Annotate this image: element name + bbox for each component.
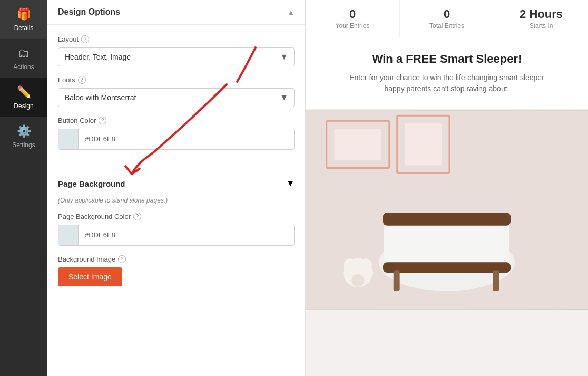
starts-in-label: Starts In xyxy=(499,22,583,30)
bg-color-swatch[interactable] xyxy=(58,225,79,245)
svg-rect-7 xyxy=(383,213,511,226)
bg-image-label: Background Image ? xyxy=(58,255,295,263)
button-color-label: Button Color ? xyxy=(58,117,295,124)
svg-rect-10 xyxy=(493,270,499,291)
layout-select-wrapper: Header, Text, Image ▼ xyxy=(58,47,295,66)
actions-icon: 🗂 xyxy=(18,46,30,60)
sidebar-item-actions-label: Actions xyxy=(13,63,34,71)
preview-description: Enter for your chance to win the life-ch… xyxy=(347,72,547,94)
bg-color-input-row[interactable]: #DDE6E8 xyxy=(58,225,295,246)
svg-rect-8 xyxy=(383,262,511,273)
sidebar-item-settings[interactable]: ⚙️ Settings xyxy=(0,117,47,156)
svg-rect-4 xyxy=(405,123,442,165)
bg-color-group: Page Background Color ? #DDE6E8 xyxy=(58,213,295,246)
page-background-chevron[interactable]: ▼ xyxy=(286,179,295,188)
button-color-hex: #DDE6E8 xyxy=(79,129,294,149)
button-color-group: Button Color ? #DDE6E8 xyxy=(58,117,295,150)
panel-collapse-icon[interactable]: ▲ xyxy=(287,8,295,16)
sidebar-item-details[interactable]: 🎁 Details xyxy=(0,0,47,39)
fonts-group: Fonts ? Baloo with Montserrat ▼ xyxy=(58,76,295,107)
settings-icon: ⚙️ xyxy=(17,124,31,138)
button-color-input-row[interactable]: #DDE6E8 xyxy=(58,129,295,150)
preview-area: 0 Your Entries 0 Total Entries 2 Hours S… xyxy=(306,0,588,376)
total-entries-value: 0 xyxy=(405,7,488,21)
panel-header: Design Options ▲ xyxy=(47,0,305,25)
stat-total-entries: 0 Total Entries xyxy=(400,0,494,37)
page-background-section: Page Background ▼ (Only applicable to st… xyxy=(47,170,305,306)
svg-point-12 xyxy=(344,258,356,271)
svg-point-14 xyxy=(351,274,364,287)
svg-point-13 xyxy=(359,258,372,271)
layout-section: Layout ? Header, Text, Image ▼ Fonts ? B… xyxy=(47,25,305,170)
total-entries-label: Total Entries xyxy=(405,22,488,30)
layout-select[interactable]: Header, Text, Image xyxy=(58,47,295,66)
preview-stats-bar: 0 Your Entries 0 Total Entries 2 Hours S… xyxy=(306,0,588,37)
preview-content: Win a FREE Smart Sleeper! Enter for your… xyxy=(306,37,588,110)
sidebar: 🎁 Details 🗂 Actions ✏️ Design ⚙️ Setting… xyxy=(0,0,47,376)
page-background-hint: (Only applicable to stand alone pages.) xyxy=(58,197,295,204)
page-background-content: (Only applicable to stand alone pages.) … xyxy=(47,197,305,306)
your-entries-label: Your Entries xyxy=(311,22,394,30)
design-icon: ✏️ xyxy=(17,85,31,99)
sidebar-item-design-label: Design xyxy=(14,102,33,110)
page-background-title: Page Background xyxy=(58,179,125,188)
page-background-header[interactable]: Page Background ▼ xyxy=(47,170,305,197)
sidebar-item-details-label: Details xyxy=(14,24,34,32)
bg-image-group: Background Image ? Select Image xyxy=(58,255,295,286)
fonts-select[interactable]: Baloo with Montserrat xyxy=(58,88,295,107)
layout-label: Layout ? xyxy=(58,35,295,43)
stat-your-entries: 0 Your Entries xyxy=(306,0,400,37)
design-options-panel: Design Options ▲ Layout ? Header, Text, … xyxy=(47,0,306,376)
layout-help-icon[interactable]: ? xyxy=(81,35,89,43)
bg-color-hex: #DDE6E8 xyxy=(79,225,294,245)
button-color-swatch[interactable] xyxy=(58,129,79,149)
svg-rect-2 xyxy=(335,129,381,160)
select-image-button[interactable]: Select Image xyxy=(58,267,122,286)
bg-image-help-icon[interactable]: ? xyxy=(118,255,126,263)
sidebar-item-settings-label: Settings xyxy=(12,141,35,149)
svg-rect-6 xyxy=(384,220,509,267)
panel-title: Design Options xyxy=(58,7,120,17)
fonts-help-icon[interactable]: ? xyxy=(78,76,86,84)
fonts-select-wrapper: Baloo with Montserrat ▼ xyxy=(58,88,295,107)
gift-icon: 🎁 xyxy=(17,7,31,21)
sidebar-item-design[interactable]: ✏️ Design xyxy=(0,78,47,117)
layout-group: Layout ? Header, Text, Image ▼ xyxy=(58,35,295,66)
svg-rect-9 xyxy=(394,270,400,291)
preview-image-area xyxy=(306,110,588,310)
starts-in-value: 2 Hours xyxy=(499,7,583,21)
button-color-help-icon[interactable]: ? xyxy=(99,117,106,124)
bg-color-label: Page Background Color ? xyxy=(58,213,295,220)
sidebar-item-actions[interactable]: 🗂 Actions xyxy=(0,39,47,78)
stat-starts-in: 2 Hours Starts In xyxy=(494,0,588,37)
your-entries-value: 0 xyxy=(311,7,394,21)
fonts-label: Fonts ? xyxy=(58,76,295,84)
preview-title: Win a FREE Smart Sleeper! xyxy=(322,52,571,66)
bg-color-help-icon[interactable]: ? xyxy=(133,213,141,220)
preview-background-svg xyxy=(306,110,588,310)
